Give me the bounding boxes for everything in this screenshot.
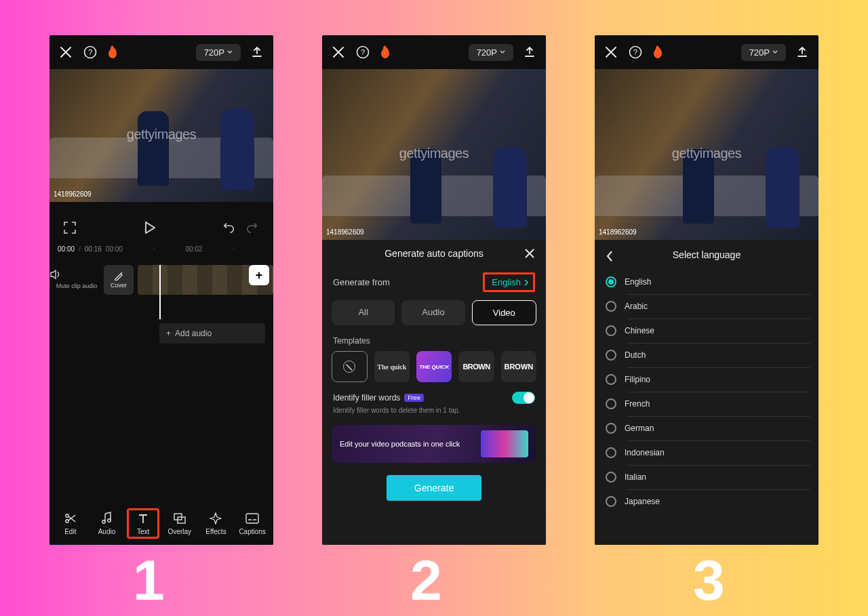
flame-icon[interactable]	[652, 45, 664, 60]
back-icon[interactable]	[601, 248, 618, 264]
play-icon[interactable]	[144, 221, 156, 234]
promo-banner[interactable]: Edit your video podcasts in one click	[332, 425, 536, 463]
svg-point-3	[66, 520, 68, 522]
help-icon[interactable]: ?	[355, 44, 371, 60]
free-badge: Free	[404, 394, 424, 402]
language-option[interactable]: Japanese	[603, 489, 810, 514]
time-total: 00:16	[85, 245, 102, 253]
radio-icon	[606, 301, 616, 312]
sheet-title: Generate auto captions	[384, 248, 484, 259]
export-icon[interactable]	[794, 44, 810, 60]
add-clip-button[interactable]: +	[249, 265, 269, 285]
help-icon[interactable]: ?	[82, 44, 98, 60]
nav-edit[interactable]: Edit	[54, 512, 87, 535]
template-brown-1[interactable]: BROWN	[458, 351, 494, 382]
playhead[interactable]	[159, 265, 161, 319]
svg-point-5	[108, 519, 111, 522]
export-icon[interactable]	[249, 44, 265, 60]
redo-icon[interactable]	[246, 222, 260, 234]
filler-words-toggle[interactable]	[512, 392, 535, 404]
svg-text:?: ?	[88, 48, 92, 56]
radio-icon	[606, 423, 616, 434]
resolution-selector[interactable]: 720P	[196, 44, 241, 61]
nav-captions[interactable]: Captions	[236, 512, 269, 535]
image-id: 1418962609	[599, 228, 637, 236]
language-list: EnglishArabicChineseDutchFilipinoFrenchG…	[595, 270, 818, 545]
tick-2: 00:02	[185, 245, 202, 253]
language-option[interactable]: Chinese	[603, 319, 810, 343]
fullscreen-icon[interactable]	[63, 221, 77, 234]
step-number-2: 2	[410, 548, 442, 613]
language-name: German	[625, 424, 654, 433]
export-icon[interactable]	[521, 44, 538, 60]
radio-icon	[606, 472, 616, 482]
svg-point-4	[102, 520, 105, 523]
template-brown-2[interactable]: BROWN	[501, 351, 536, 382]
language-option[interactable]: Dutch	[603, 343, 810, 367]
language-name: Chinese	[625, 326, 654, 335]
undo-icon[interactable]	[223, 222, 237, 234]
pencil-icon	[114, 271, 123, 281]
close-icon[interactable]	[521, 245, 538, 262]
segment-video[interactable]: Video	[472, 300, 536, 325]
top-bar: ? 720P	[322, 35, 546, 69]
language-option[interactable]: Italian	[603, 465, 810, 489]
close-icon[interactable]	[58, 44, 74, 60]
filler-words-subtitle: Identify filler words to delete them in …	[322, 407, 546, 422]
cover-label: Cover	[111, 282, 127, 289]
flame-icon[interactable]	[379, 45, 391, 60]
radio-icon	[606, 496, 616, 507]
template-none[interactable]	[332, 351, 368, 382]
language-name: Japanese	[625, 497, 660, 506]
nav-overlay[interactable]: Overlay	[163, 512, 196, 535]
help-icon[interactable]: ?	[627, 44, 644, 60]
add-audio-button[interactable]: +Add audio	[159, 323, 265, 344]
chevron-down-icon	[227, 50, 233, 54]
language-option[interactable]: English	[603, 270, 810, 294]
close-icon[interactable]	[330, 44, 347, 60]
resolution-selector[interactable]: 720P	[469, 44, 513, 61]
add-audio-label: Add audio	[175, 329, 212, 338]
radio-icon	[606, 350, 616, 361]
screen-1-editor: ? 720P gettyimages 1418962609	[50, 35, 273, 545]
template-the-quick[interactable]: The quick	[374, 351, 410, 382]
chevron-right-icon	[524, 279, 529, 287]
template-row: The quick THE QUICK BROWN BROWN	[322, 351, 546, 382]
video-preview[interactable]: gettyimages 1418962609	[595, 69, 818, 240]
language-option[interactable]: French	[603, 392, 810, 416]
language-option[interactable]: Arabic	[603, 294, 810, 319]
video-preview[interactable]: gettyimages 1418962609	[50, 69, 273, 202]
overlay-icon	[173, 512, 186, 525]
resolution-selector[interactable]: 720P	[741, 44, 786, 61]
screen-2-auto-captions: ? 720P gettyimages 1418962609 Generate a…	[322, 35, 546, 545]
language-option[interactable]: German	[603, 416, 810, 440]
timecode-row: 00:00 / 00:16 00:00 · 00:02 ·	[50, 243, 273, 254]
video-preview[interactable]: gettyimages 1418962609	[322, 69, 546, 240]
generate-from-label: Generate from	[333, 277, 390, 287]
time-current: 00:00	[58, 245, 75, 253]
language-option[interactable]: Filipino	[603, 367, 810, 392]
language-option[interactable]: Indonesian	[603, 440, 810, 465]
watermark-text: gettyimages	[127, 127, 196, 142]
language-sheet: Select language EnglishArabicChineseDutc…	[595, 240, 818, 545]
nav-effects[interactable]: Effects	[199, 512, 232, 535]
screen-3-select-language: ? 720P gettyimages 1418962609 Select lan…	[595, 35, 818, 545]
playback-controls	[50, 202, 273, 243]
segment-audio[interactable]: Audio	[401, 300, 465, 325]
segment-all[interactable]: All	[332, 300, 395, 325]
radio-icon	[606, 374, 616, 385]
cover-tile[interactable]: Cover	[104, 265, 134, 295]
flame-icon[interactable]	[106, 45, 119, 60]
radio-icon	[606, 447, 616, 458]
language-selector[interactable]: English	[483, 272, 535, 292]
language-name: Filipino	[625, 375, 650, 384]
mute-clip-audio[interactable]: Mute clip audio	[50, 265, 104, 289]
nav-audio[interactable]: Audio	[90, 512, 123, 535]
radio-icon	[606, 325, 616, 336]
image-id: 1418962609	[326, 228, 364, 236]
nav-text[interactable]: Text	[127, 508, 159, 539]
close-icon[interactable]	[603, 44, 619, 60]
generate-button[interactable]: Generate	[387, 475, 481, 501]
template-the-quick-2[interactable]: THE QUICK	[416, 351, 452, 382]
tick-1: 00:00	[106, 245, 123, 253]
